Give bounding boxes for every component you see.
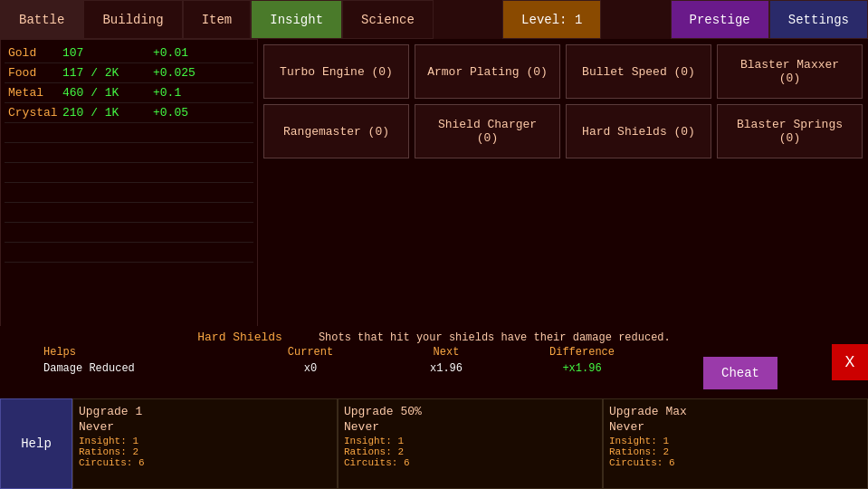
empty-row-3 — [5, 163, 253, 183]
cost-insight-2: Insight: 1 — [344, 436, 596, 446]
nav-prestige[interactable]: Prestige — [671, 0, 769, 39]
top-navigation: Battle Building Item Insight Science Lev… — [0, 0, 868, 39]
cost-circuits-2: Circuits: 6 — [344, 457, 596, 468]
upgrade-blaster-maxxer[interactable]: Blaster Maxxer (0) — [717, 44, 863, 99]
resource-rate-food: +0.025 — [153, 66, 196, 80]
empty-row-1 — [5, 123, 253, 143]
resource-value-crystal: 210 / 1K — [62, 106, 153, 120]
upgrade-hard-shields[interactable]: Hard Shields (0) — [566, 104, 711, 158]
empty-row-4 — [5, 183, 253, 203]
nav-settings[interactable]: Settings — [769, 0, 868, 39]
action-subtitle-upgrade50: Never — [344, 420, 596, 434]
resource-name-crystal: Crystal — [8, 106, 62, 120]
resource-value-metal: 460 / 1K — [62, 86, 153, 100]
detail-row-difference: +x1.96 — [514, 362, 650, 375]
cost-insight-3: Insight: 1 — [609, 436, 862, 446]
nav-insight[interactable]: Insight — [251, 0, 342, 39]
action-title-upgrade1: Upgrade 1 — [79, 405, 331, 418]
upgrade-armor-plating[interactable]: Armor Plating (0) — [415, 44, 560, 99]
resource-row-gold: Gold 107 +0.01 — [5, 43, 253, 63]
upgrade-bullet-speed[interactable]: Bullet Speed (0) — [566, 44, 711, 99]
empty-row-6 — [5, 223, 253, 243]
empty-row-2 — [5, 143, 253, 163]
action-subtitle-upgrademax: Never — [609, 420, 862, 434]
upgrade-turbo-engine[interactable]: Turbo Engine (0) — [263, 44, 409, 99]
detail-row-current: x0 — [243, 362, 378, 375]
resource-value-gold: 107 — [62, 46, 153, 60]
detail-row-next: x1.96 — [378, 362, 514, 375]
nav-science[interactable]: Science — [342, 0, 434, 39]
action-panel-upgrade1: Upgrade 1 Never Insight: 1 Rations: 2 Ci… — [72, 398, 338, 489]
action-costs-upgrade1: Insight: 1 Rations: 2 Circuits: 6 — [79, 436, 331, 468]
detail-helps-header: Helps — [43, 346, 243, 359]
upgrade-rangemaster[interactable]: Rangemaster (0) — [263, 104, 409, 158]
upgrade-shield-charger[interactable]: Shield Charger (0) — [415, 104, 560, 158]
detail-next-header: Next — [378, 346, 514, 359]
action-costs-upgrade50: Insight: 1 Rations: 2 Circuits: 6 — [344, 436, 596, 468]
upgrade-blaster-springs[interactable]: Blaster Springs (0) — [717, 104, 863, 158]
detail-row-label: Damage Reduced — [43, 362, 243, 375]
action-panel-upgrademax: Upgrade Max Never Insight: 1 Rations: 2 … — [603, 398, 868, 489]
resource-rate-crystal: +0.05 — [153, 106, 188, 120]
action-costs-upgrademax: Insight: 1 Rations: 2 Circuits: 6 — [609, 436, 862, 468]
resource-rate-metal: +0.1 — [153, 86, 181, 100]
nav-level[interactable]: Level: 1 — [502, 0, 601, 39]
action-panel-upgrade50: Upgrade 50% Never Insight: 1 Rations: 2 … — [338, 398, 603, 489]
resource-name-gold: Gold — [8, 46, 62, 60]
detail-current-header: Current — [243, 346, 378, 359]
cost-rations-2: Rations: 2 — [344, 446, 596, 457]
nav-item[interactable]: Item — [183, 0, 252, 39]
empty-row-5 — [5, 203, 253, 223]
action-subtitle-upgrade1: Never — [79, 420, 331, 434]
resource-name-metal: Metal — [8, 86, 62, 100]
resource-row-food: Food 117 / 2K +0.025 — [5, 63, 253, 83]
cost-rations-3: Rations: 2 — [609, 446, 862, 457]
detail-difference-header: Difference — [514, 346, 650, 359]
help-button[interactable]: Help — [0, 398, 72, 489]
cost-circuits-3: Circuits: 6 — [609, 457, 862, 468]
resource-row-metal: Metal 460 / 1K +0.1 — [5, 83, 253, 103]
resource-rate-gold: +0.01 — [153, 46, 188, 60]
cost-rations-1: Rations: 2 — [79, 446, 331, 457]
detail-title: Hard Shields — [197, 331, 282, 344]
cost-circuits-1: Circuits: 6 — [79, 457, 331, 468]
bottom-actions: Help Upgrade 1 Never Insight: 1 Rations:… — [0, 398, 868, 489]
resource-value-food: 117 / 2K — [62, 66, 153, 80]
nav-building[interactable]: Building — [83, 0, 182, 39]
detail-description: Shots that hit your shields have their d… — [319, 331, 671, 344]
nav-battle[interactable]: Battle — [0, 0, 83, 39]
action-title-upgrademax: Upgrade Max — [609, 405, 862, 418]
resource-row-crystal: Crystal 210 / 1K +0.05 — [5, 103, 253, 123]
action-title-upgrade50: Upgrade 50% — [344, 405, 596, 418]
resource-name-food: Food — [8, 66, 62, 80]
cost-insight-1: Insight: 1 — [79, 436, 331, 446]
close-button[interactable]: X — [832, 344, 868, 380]
cheat-button[interactable]: Cheat — [703, 357, 777, 389]
empty-row-7 — [5, 243, 253, 263]
